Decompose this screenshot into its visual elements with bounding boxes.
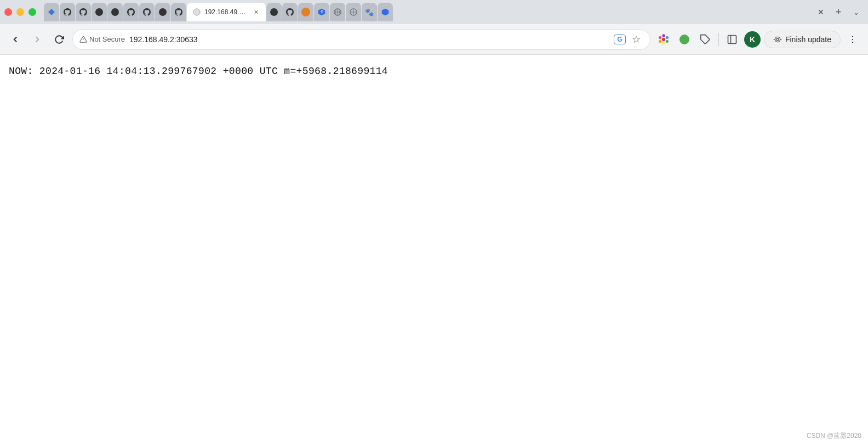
extension-green-circle-button[interactable] (676, 31, 693, 48)
profile-letter: K (750, 35, 755, 44)
svg-point-21 (666, 40, 669, 43)
github-icon-1 (63, 8, 72, 16)
watermark: CSDN @蓝墨2020 (807, 431, 861, 441)
kubernetes-favicon-icon: ⚙ (317, 8, 326, 16)
github-icon-9 (270, 8, 278, 16)
sidebar-toggle-button[interactable] (723, 31, 741, 48)
extension-puzzle-button[interactable] (696, 31, 714, 48)
svg-point-31 (852, 38, 853, 39)
svg-point-29 (776, 38, 779, 41)
paw-favicon-icon: 🐾 (365, 8, 374, 16)
tab-gh4[interactable] (107, 3, 123, 21)
tab-gh6[interactable] (139, 3, 155, 21)
globe-favicon-icon-2 (349, 8, 358, 16)
reload-button[interactable] (50, 31, 68, 48)
tab-gh8[interactable] (171, 3, 186, 21)
toolbar-right: K Finish update (655, 31, 861, 48)
tab-gh2[interactable] (76, 3, 91, 21)
github-icon-2 (79, 8, 88, 16)
address-bar[interactable]: Not Secure 192.168.49.2:30633 G ☆ (72, 29, 650, 50)
tab-globe2[interactable] (346, 3, 361, 21)
tab-gh5[interactable] (123, 3, 139, 21)
browser-menu-button[interactable] (844, 31, 861, 48)
new-tab-button[interactable]: + (831, 4, 846, 20)
svg-point-4 (193, 9, 200, 15)
tab-gh3[interactable] (92, 3, 107, 21)
svg-marker-0 (48, 9, 55, 15)
tab-kubernetes2[interactable] (378, 3, 393, 21)
active-tab[interactable]: 192.168.49.2:30633 ✕ (187, 3, 266, 21)
back-button[interactable] (7, 31, 24, 48)
tab-gh9[interactable] (266, 3, 282, 21)
tab-actions: ✕ + ⌄ (813, 4, 864, 20)
active-tab-label: 192.168.49.2:30633 (204, 8, 248, 16)
tab-gh1[interactable] (60, 3, 75, 21)
svg-point-2 (111, 8, 119, 16)
tab-paw[interactable]: 🐾 (362, 3, 377, 21)
finish-update-label: Finish update (785, 35, 831, 44)
svg-rect-27 (728, 35, 736, 43)
svg-point-18 (662, 38, 665, 41)
not-secure-label: Not Secure (89, 35, 125, 43)
globe-favicon-icon-1 (333, 8, 342, 16)
svg-point-32 (852, 42, 853, 43)
close-tab-group-button[interactable]: ✕ (813, 4, 829, 20)
github-icon-7 (158, 8, 167, 16)
svg-point-1 (95, 8, 103, 16)
finish-update-button[interactable]: Finish update (764, 31, 841, 48)
extension-flower-button[interactable] (655, 31, 672, 48)
orange-favicon-icon (301, 8, 310, 16)
github-icon-6 (142, 8, 151, 16)
svg-point-30 (852, 36, 853, 37)
url-display: 192.168.49.2:30633 (129, 35, 609, 44)
kubernetes-favicon-icon-2 (381, 8, 390, 16)
svg-point-3 (159, 8, 167, 16)
svg-marker-15 (382, 9, 389, 16)
bookmark-button[interactable]: ☆ (629, 32, 643, 47)
github-icon-8 (174, 8, 183, 16)
github-icon-4 (111, 8, 119, 16)
translate-button[interactable]: G (614, 35, 626, 44)
profile-avatar[interactable]: K (744, 31, 761, 48)
page-content: NOW: 2024-01-16 14:04:13.299767902 +0000… (0, 55, 868, 411)
tabs-container: 192.168.49.2:30633 ✕ ⚙ (44, 3, 810, 21)
forward-button[interactable] (28, 31, 46, 48)
tab-gh7[interactable] (155, 3, 170, 21)
tab-bar: 192.168.49.2:30633 ✕ ⚙ (0, 0, 868, 24)
tab-globe1[interactable] (330, 3, 345, 21)
github-icon-10 (285, 8, 294, 16)
active-tab-favicon-icon (192, 8, 201, 16)
svg-point-25 (679, 35, 689, 44)
maximize-button[interactable] (28, 8, 36, 16)
diamond-favicon-icon (47, 8, 56, 16)
toolbar-separator (718, 33, 719, 46)
more-tabs-button[interactable]: ⌄ (848, 4, 864, 20)
browser-chrome: 192.168.49.2:30633 ✕ ⚙ (0, 0, 868, 55)
svg-point-19 (662, 34, 665, 37)
tab-close-button[interactable]: ✕ (252, 8, 260, 16)
github-icon-5 (127, 8, 135, 16)
tab-kubernetes[interactable]: ⚙ (314, 3, 329, 21)
svg-point-20 (666, 36, 669, 39)
now-timestamp: NOW: 2024-01-16 14:04:13.299767902 +0000… (9, 66, 859, 77)
address-icons: G ☆ (614, 32, 643, 47)
svg-text:⚙: ⚙ (321, 10, 323, 13)
svg-point-22 (662, 42, 665, 44)
svg-point-23 (659, 40, 661, 43)
github-icon-3 (95, 8, 104, 16)
window-controls (4, 8, 36, 16)
not-secure-indicator: Not Secure (79, 35, 125, 43)
svg-point-5 (270, 8, 278, 16)
svg-point-24 (659, 36, 661, 39)
minimize-button[interactable] (16, 8, 24, 16)
close-button[interactable] (4, 8, 12, 16)
tab-gh10[interactable] (282, 3, 298, 21)
tab-color1[interactable] (298, 3, 313, 21)
toolbar: Not Secure 192.168.49.2:30633 G ☆ (0, 24, 868, 55)
tab-diamond[interactable] (44, 3, 59, 21)
